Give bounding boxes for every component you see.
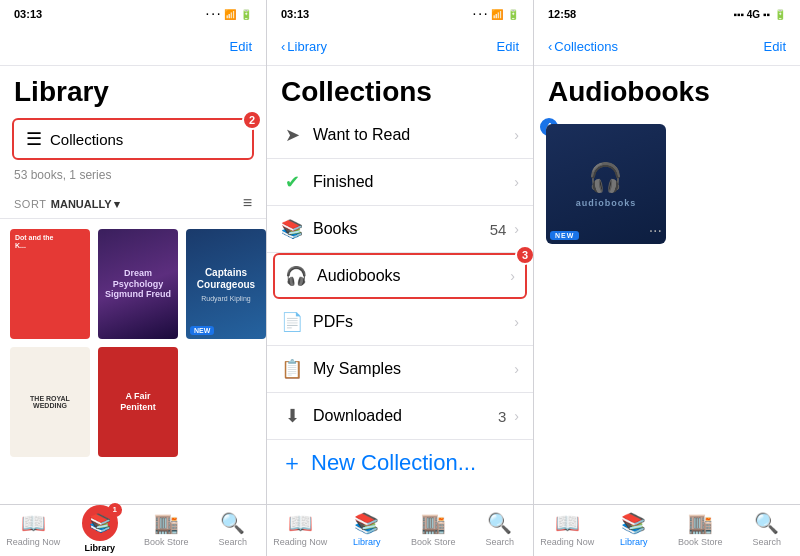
tab-bookstore-left[interactable]: 🏬 Book Store: [133, 511, 200, 547]
tab-search-label-mid: Search: [485, 537, 514, 547]
chevron-samples: ›: [514, 361, 519, 377]
chevron-downloaded: ›: [514, 408, 519, 424]
audiobooks-label: Audiobooks: [317, 267, 401, 285]
book-cover-fair[interactable]: A FairPenitent: [98, 347, 178, 457]
tab-bookstore-right[interactable]: 🏬 Book Store: [667, 511, 734, 547]
chevron-audiobooks: ›: [510, 268, 515, 284]
tab-bookstore-mid[interactable]: 🏬 Book Store: [400, 511, 467, 547]
collection-item-want-read[interactable]: ➤ Want to Read ›: [267, 112, 533, 159]
tab-search-left[interactable]: 🔍 Search: [200, 511, 267, 547]
audiobook-item[interactable]: 4 🎧 audiobooks NEW ···: [546, 124, 666, 244]
books-grid: Dot and theK... DreamPsychologySigmund F…: [0, 219, 266, 504]
tab-bar-right: 📖 Reading Now 📚 Library 🏬 Book Store 🔍 S…: [534, 504, 800, 556]
chevron-want-read: ›: [514, 127, 519, 143]
library-tab-badge: 📚 1: [82, 505, 118, 541]
tab-library-right[interactable]: 📚 Library: [601, 511, 668, 547]
chevron-books: ›: [514, 221, 519, 237]
pdfs-label: PDFs: [313, 313, 353, 331]
book-cover-captains[interactable]: CaptainsCourageous Rudyard Kipling NEW: [186, 229, 266, 339]
book-cover-royal[interactable]: THE ROYAL WEDDING: [10, 347, 90, 457]
back-label-mid: Library: [287, 39, 327, 54]
audiobook-new-badge: NEW: [550, 231, 579, 240]
collection-item-samples[interactable]: 📋 My Samples ›: [267, 346, 533, 393]
tab-reading-now-left[interactable]: 📖 Reading Now: [0, 511, 67, 547]
status-icons-mid: · · · 📶 🔋: [473, 9, 519, 20]
downloaded-icon: ⬇: [281, 405, 303, 427]
books-label: Books: [313, 220, 357, 238]
finished-icon: ✔: [281, 171, 303, 193]
want-read-label: Want to Read: [313, 126, 410, 144]
audiobooks-grid: 4 🎧 audiobooks NEW ···: [534, 112, 800, 504]
page-title-left: Library: [0, 66, 266, 112]
tab-reading-now-label-mid: Reading Now: [273, 537, 327, 547]
bookstore-icon-right: 🏬: [688, 511, 713, 535]
tab-reading-now-mid[interactable]: 📖 Reading Now: [267, 511, 334, 547]
downloaded-label: Downloaded: [313, 407, 402, 425]
tab-bookstore-label-mid: Book Store: [411, 537, 456, 547]
status-time-left: 03:13: [14, 8, 42, 20]
collection-item-audiobooks[interactable]: 🎧 Audiobooks › 3: [273, 253, 527, 299]
book-cover-dream[interactable]: DreamPsychologySigmund Freud: [98, 229, 178, 339]
edit-button-right[interactable]: Edit: [764, 39, 786, 54]
list-view-icon[interactable]: ≡: [243, 194, 252, 212]
search-icon-right: 🔍: [754, 511, 779, 535]
search-icon-mid: 🔍: [487, 511, 512, 535]
back-button-right[interactable]: ‹ Collections: [548, 39, 618, 54]
bookstore-icon: 🏬: [154, 511, 179, 535]
status-bar-right: 12:58 ▪▪▪ 4G ▪▪ 🔋: [534, 0, 800, 28]
bookstore-icon-mid: 🏬: [421, 511, 446, 535]
library-badge-dot: 1: [108, 503, 122, 517]
nav-bar-mid: ‹ Library Edit: [267, 28, 533, 66]
samples-label: My Samples: [313, 360, 401, 378]
back-button-mid[interactable]: ‹ Library: [281, 39, 327, 54]
tab-search-label-right: Search: [752, 537, 781, 547]
tab-bookstore-label: Book Store: [144, 537, 189, 547]
collections-row[interactable]: ☰ Collections 2: [12, 118, 254, 160]
shelf-row-1: Dot and theK... DreamPsychologySigmund F…: [10, 229, 256, 339]
book-cover-dot[interactable]: Dot and theK...: [10, 229, 90, 339]
status-icons-right: ▪▪▪ 4G ▪▪ 🔋: [733, 9, 786, 20]
menu-icon: ☰: [26, 128, 42, 150]
page-title-right: Audiobooks: [534, 66, 800, 112]
new-collection-button[interactable]: ＋ New Collection...: [267, 440, 533, 486]
status-time-mid: 03:13: [281, 8, 309, 20]
nav-bar-left: Edit: [0, 28, 266, 66]
back-chevron-right: ‹: [548, 39, 552, 54]
tab-reading-now-right[interactable]: 📖 Reading Now: [534, 511, 601, 547]
finished-label: Finished: [313, 173, 373, 191]
status-time-right: 12:58: [548, 8, 576, 20]
chevron-finished: ›: [514, 174, 519, 190]
tab-search-right[interactable]: 🔍 Search: [734, 511, 801, 547]
sort-value[interactable]: MANUALLY ▾: [51, 198, 121, 210]
edit-button-left[interactable]: Edit: [230, 39, 252, 54]
collection-item-books[interactable]: 📚 Books 54 ›: [267, 206, 533, 253]
tab-library-mid[interactable]: 📚 Library: [334, 511, 401, 547]
tab-library-label-mid: Library: [353, 537, 381, 547]
tab-library-label: Library: [84, 543, 115, 553]
shelf-row-2: THE ROYAL WEDDING A FairPenitent: [10, 347, 256, 457]
audiobooks-badge: 3: [515, 245, 533, 265]
tab-bar-mid: 📖 Reading Now 📚 Library 🏬 Book Store 🔍 S…: [267, 504, 533, 556]
tab-search-mid[interactable]: 🔍 Search: [467, 511, 534, 547]
collections-list: ➤ Want to Read › ✔ Finished › 📚 Books 54…: [267, 112, 533, 504]
tab-library-left[interactable]: 📚 1 Library: [67, 505, 134, 553]
reading-now-icon-mid: 📖: [288, 511, 313, 535]
edit-button-mid[interactable]: Edit: [497, 39, 519, 54]
sort-row: SORT MANUALLY ▾ ≡: [0, 188, 266, 219]
books-icon: 📚: [281, 218, 303, 240]
tab-reading-now-label: Reading Now: [6, 537, 60, 547]
status-bar-left: 03:13 · · · 📶 🔋: [0, 0, 266, 28]
library-icon-mid: 📚: [354, 511, 379, 535]
tab-library-label-right: Library: [620, 537, 648, 547]
tab-bar-left: 📖 Reading Now 📚 1 Library 🏬 Book Store 🔍…: [0, 504, 266, 556]
collection-item-downloaded[interactable]: ⬇ Downloaded 3 ›: [267, 393, 533, 440]
page-title-mid: Collections: [267, 66, 533, 112]
collection-item-pdfs[interactable]: 📄 PDFs ›: [267, 299, 533, 346]
reading-now-icon: 📖: [21, 511, 46, 535]
audiobook-more-icon[interactable]: ···: [649, 222, 662, 240]
pdfs-icon: 📄: [281, 311, 303, 333]
tab-search-label-left: Search: [218, 537, 247, 547]
collection-item-finished[interactable]: ✔ Finished ›: [267, 159, 533, 206]
library-icon-right: 📚: [621, 511, 646, 535]
status-icons-left: · · · 📶 🔋: [206, 9, 252, 20]
